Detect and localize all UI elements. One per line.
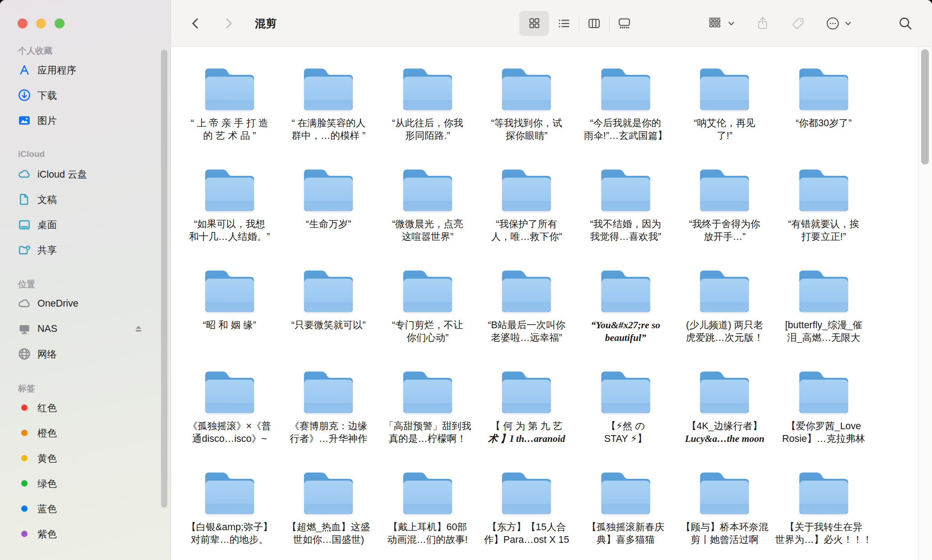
tag-dot-icon <box>18 477 31 490</box>
folder-item[interactable]: 【孤独摇滚新春庆典】喜多猫猫 <box>576 470 675 560</box>
folder-item[interactable]: “如果可以，我想和十几…人结婚。” <box>180 167 279 268</box>
folder-item[interactable]: [butterfly_综漫_催泪_高燃…无限大 <box>774 268 873 369</box>
folder-label: “如果可以，我想和十几…人结婚。” <box>189 218 270 243</box>
gallery-view-button[interactable] <box>609 11 639 36</box>
folder-item[interactable]: “ 上 帝 亲 手 打 造的 艺 术 品 ” <box>180 66 279 167</box>
sidebar-item-downloads[interactable]: 下载 <box>12 83 171 108</box>
sidebar-item-onedrive[interactable]: OneDrive <box>12 291 171 316</box>
folder-item[interactable]: “我不结婚，因为我觉得…喜欢我” <box>576 167 675 268</box>
share-button[interactable] <box>756 0 770 46</box>
folder-item[interactable]: “微微晨光，点亮这喧嚣世界” <box>378 167 477 268</box>
folder-item[interactable]: “从此往后，你我形同陌路.” <box>378 66 477 167</box>
folder-item[interactable]: “有错就要认，挨打要立正!” <box>774 167 873 268</box>
folder-item[interactable]: (少儿频道) 两只老虎爱跳…次元版！ <box>675 268 775 369</box>
search-button[interactable] <box>898 0 913 46</box>
folder-item[interactable]: 【戴上耳机】60部动画混…们的故事! <box>378 470 477 560</box>
sidebar-item-shared[interactable]: 共享 <box>12 237 171 262</box>
folder-item[interactable]: “我终于舍得为你放开手…” <box>675 167 775 268</box>
group-button[interactable] <box>708 0 735 46</box>
folder-item[interactable]: 【东方】【15人合作】Para…ost X 15 <box>477 470 577 560</box>
folder-label: “你都30岁了” <box>796 117 852 130</box>
folder-icon <box>400 470 455 517</box>
folder-label-line2: 作】Para…ost X 15 <box>484 534 569 546</box>
column-view-button[interactable] <box>579 11 609 36</box>
sidebar-item-network[interactable]: 网络 <box>12 341 171 367</box>
sidebar-item-nas[interactable]: NAS <box>12 316 171 341</box>
grid-view-icon <box>528 17 540 29</box>
sidebar-item-applications[interactable]: 应用程序 <box>12 57 171 83</box>
folder-label: 【超燃_热血】这盛世如你…国盛世) <box>287 521 370 546</box>
folder-item[interactable]: “ 在满脸笑容的人群中，…的模样 ” <box>279 66 378 167</box>
sidebar-section-header: 标签 <box>12 383 171 395</box>
folder-item[interactable]: 【顾与】桥本环奈混剪丨她曾活过啊 <box>675 470 775 560</box>
folder-label: 【白银&amp;弥子】对前辈…的地步。 <box>186 521 272 546</box>
sidebar-item-label: 绿色 <box>37 477 57 490</box>
more-icon <box>826 17 840 30</box>
back-button[interactable] <box>189 0 203 46</box>
folder-item[interactable]: “专门剪烂，不让你们心动” <box>378 268 477 369</box>
folder-item[interactable]: “等我找到你，试探你眼睛” <box>477 66 577 167</box>
folder-item[interactable]: 《孤独摇滚》×《普通disco…isco》~ <box>180 369 279 470</box>
folder-label: “生命万岁” <box>306 218 351 231</box>
sidebar-section-header: iCloud <box>12 149 171 161</box>
sidebar-item-desktop[interactable]: 桌面 <box>12 212 171 237</box>
tag-dot-icon <box>18 527 31 541</box>
more-button[interactable] <box>826 0 852 46</box>
folder-item[interactable]: “B站最后一次叫你老婆啦…远幸福” <box>477 268 577 369</box>
folder-label: [butterfly_综漫_催泪_高燃…无限大 <box>785 319 862 344</box>
folder-label: “You&#x27;re sobeautiful” <box>591 319 660 344</box>
sidebar-item-tag-green[interactable]: 绿色 <box>12 471 171 496</box>
sidebar-scrollbar[interactable] <box>161 50 167 508</box>
close-button[interactable] <box>18 18 28 28</box>
folder-item[interactable]: “今后我就是你的雨伞!”…玄武国篇】 <box>576 66 675 167</box>
sidebar-item-label: 图片 <box>37 114 57 127</box>
folder-item[interactable]: 《赛博朋克：边缘行者》…升华神作 <box>279 369 378 470</box>
folder-item[interactable]: 【关于我转生在异世界为…】必火！！！ <box>774 470 873 560</box>
folder-item[interactable]: 【超燃_热血】这盛世如你…国盛世) <box>279 470 378 560</box>
sidebar-item-icloud-drive[interactable]: iCloud 云盘 <box>12 161 171 187</box>
folder-item[interactable]: 【4K_边缘行者】Lucy&a…the moon <box>675 369 775 470</box>
sidebar-item-tag-orange[interactable]: 橙色 <box>12 420 171 445</box>
scrollbar-track[interactable] <box>918 47 932 560</box>
folder-item[interactable]: 【白银&amp;弥子】对前辈…的地步。 <box>180 470 279 560</box>
sidebar-item-tag-blue[interactable]: 蓝色 <box>12 496 171 521</box>
forward-button[interactable] <box>221 0 235 46</box>
folder-label-line2: 人，唯…救下你” <box>491 231 562 243</box>
sidebar-section-header: 个人收藏 <box>12 45 171 57</box>
folder-item[interactable]: 【⚡然 のSTAY ⚡】 <box>576 369 675 470</box>
folder-item[interactable]: 【爱你罗茜_LoveRosie】…克拉弗林 <box>774 369 873 470</box>
sidebar-item-tag-yellow[interactable]: 黄色 <box>12 445 171 471</box>
folder-icon <box>499 268 554 315</box>
eject-icon[interactable] <box>133 323 144 335</box>
minimize-button[interactable] <box>36 18 46 28</box>
folder-item[interactable]: 「高甜预警」甜到我真的是…柠檬啊！ <box>378 369 477 470</box>
folder-item[interactable]: “你都30岁了” <box>774 66 873 167</box>
scrollbar-thumb[interactable] <box>921 49 929 165</box>
desktop-icon <box>18 218 31 231</box>
folder-view: “ 上 帝 亲 手 打 造的 艺 术 品 ” “ 在满脸笑容的人群中，…的模样 … <box>171 47 918 560</box>
folder-item[interactable]: 【 何 为 第 九 艺术 】I th…aranoid <box>477 369 577 470</box>
sidebar-nav: 个人收藏应用程序下载图片iCloudiCloud 云盘文稿桌面共享位置OneDr… <box>12 45 171 546</box>
folder-item[interactable]: “You&#x27;re sobeautiful” <box>576 268 675 369</box>
folder-label-line2: 世界为…】必火！！！ <box>775 534 872 546</box>
sidebar-item-documents[interactable]: 文稿 <box>12 187 171 212</box>
zoom-button[interactable] <box>55 18 65 28</box>
list-view-button[interactable] <box>549 11 579 36</box>
list-view-icon <box>558 17 570 30</box>
icon-view-button[interactable] <box>519 11 549 36</box>
folder-item[interactable]: “我保护了所有人，唯…救下你” <box>477 167 577 268</box>
sidebar-item-pictures[interactable]: 图片 <box>12 108 171 133</box>
sidebar-item-tag-purple[interactable]: 紫色 <box>12 521 171 546</box>
sidebar-item-tag-red[interactable]: 红色 <box>12 395 171 420</box>
folder-item[interactable]: “呐艾伦，再见了!” <box>675 66 775 167</box>
folder-item[interactable]: “昭 和 姻 缘” <box>180 268 279 369</box>
folder-icon <box>796 268 851 315</box>
folder-label-line1: 【4K_边缘行者】 <box>685 420 764 433</box>
pictures-icon <box>18 114 31 127</box>
folder-item[interactable]: “只要微笑就可以” <box>279 268 378 369</box>
folder-label-line1: “微微晨光，点亮 <box>392 218 463 231</box>
folder-icon <box>598 66 653 113</box>
folder-label: “ 在满脸笑容的人群中，…的模样 ” <box>291 117 365 142</box>
tag-button[interactable] <box>791 0 805 46</box>
folder-item[interactable]: “生命万岁” <box>279 167 378 268</box>
